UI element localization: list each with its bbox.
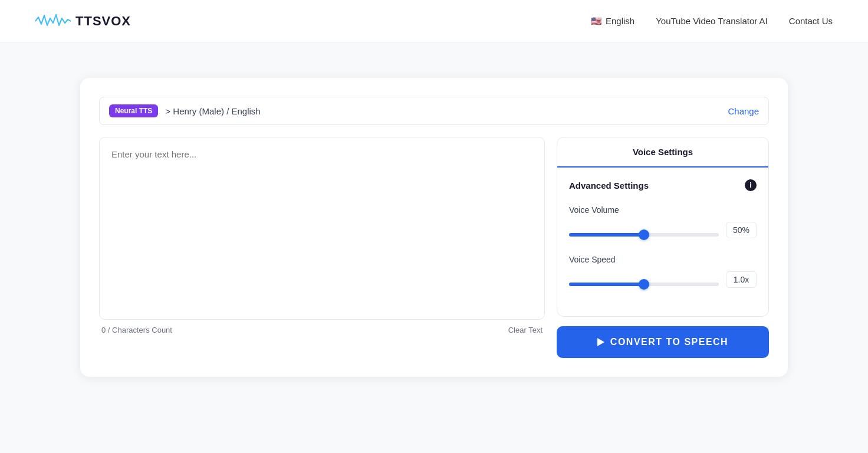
voice-settings-tab[interactable]: Voice Settings bbox=[557, 137, 768, 168]
content-area: 0 / Characters Count Clear Text Voice Se… bbox=[99, 137, 769, 358]
convert-to-speech-button[interactable]: CONVERT TO SPEECH bbox=[557, 326, 769, 358]
voice-volume-slider[interactable] bbox=[569, 233, 719, 237]
count-label: / Characters Count bbox=[108, 326, 172, 334]
text-panel: 0 / Characters Count Clear Text bbox=[99, 137, 545, 334]
flag-icon: 🇺🇸 bbox=[591, 16, 602, 27]
text-input[interactable] bbox=[99, 137, 545, 320]
info-icon[interactable]: i bbox=[745, 179, 757, 191]
voice-speed-row: Voice Speed 1.0x bbox=[569, 255, 757, 288]
voice-info: Neural TTS > Henry (Male) / English bbox=[109, 104, 261, 117]
language-selector[interactable]: 🇺🇸 English bbox=[591, 16, 634, 27]
voice-name-label: > Henry (Male) / English bbox=[165, 106, 260, 116]
language-label: English bbox=[606, 16, 634, 26]
convert-button-label: CONVERT TO SPEECH bbox=[610, 337, 728, 347]
settings-card: Voice Settings Advanced Settings i Voice… bbox=[557, 137, 769, 317]
contact-link[interactable]: Contact Us bbox=[789, 16, 833, 26]
header: TTSVOX 🇺🇸 English YouTube Video Translat… bbox=[0, 0, 868, 42]
logo-wave-icon bbox=[35, 12, 71, 30]
settings-panel: Voice Settings Advanced Settings i Voice… bbox=[557, 137, 769, 358]
neural-tts-badge: Neural TTS bbox=[109, 104, 158, 117]
main-content: Neural TTS > Henry (Male) / English Chan… bbox=[0, 42, 868, 412]
clear-text-button[interactable]: Clear Text bbox=[508, 326, 542, 334]
text-footer: 0 / Characters Count Clear Text bbox=[99, 320, 545, 334]
count-number: 0 bbox=[101, 326, 106, 334]
voice-volume-value: 50% bbox=[726, 222, 757, 238]
voice-volume-label: Voice Volume bbox=[569, 205, 757, 215]
voice-selector-bar: Neural TTS > Henry (Male) / English Chan… bbox=[99, 97, 769, 125]
arrow-separator: > bbox=[165, 106, 170, 116]
voice-volume-track bbox=[569, 228, 719, 232]
voice-name: Henry (Male) / English bbox=[173, 106, 260, 116]
voice-speed-slider[interactable] bbox=[569, 283, 719, 286]
advanced-settings-header: Advanced Settings i bbox=[569, 179, 757, 191]
youtube-translator-link[interactable]: YouTube Video Translator AI bbox=[656, 16, 768, 26]
voice-speed-value: 1.0x bbox=[726, 271, 757, 288]
change-voice-button[interactable]: Change bbox=[728, 106, 759, 116]
logo: TTSVOX bbox=[35, 12, 131, 30]
voice-speed-control: 1.0x bbox=[569, 271, 757, 288]
character-count: 0 / Characters Count bbox=[101, 326, 172, 334]
main-card: Neural TTS > Henry (Male) / English Chan… bbox=[80, 78, 788, 377]
voice-speed-label: Voice Speed bbox=[569, 255, 757, 264]
settings-body: Advanced Settings i Voice Volume bbox=[557, 168, 768, 316]
voice-speed-track bbox=[569, 278, 719, 281]
play-icon bbox=[597, 338, 604, 346]
voice-volume-row: Voice Volume 50% bbox=[569, 205, 757, 238]
main-nav: 🇺🇸 English YouTube Video Translator AI C… bbox=[591, 16, 833, 27]
logo-text: TTSVOX bbox=[75, 14, 131, 29]
voice-volume-control: 50% bbox=[569, 222, 757, 238]
advanced-settings-title: Advanced Settings bbox=[569, 180, 649, 191]
